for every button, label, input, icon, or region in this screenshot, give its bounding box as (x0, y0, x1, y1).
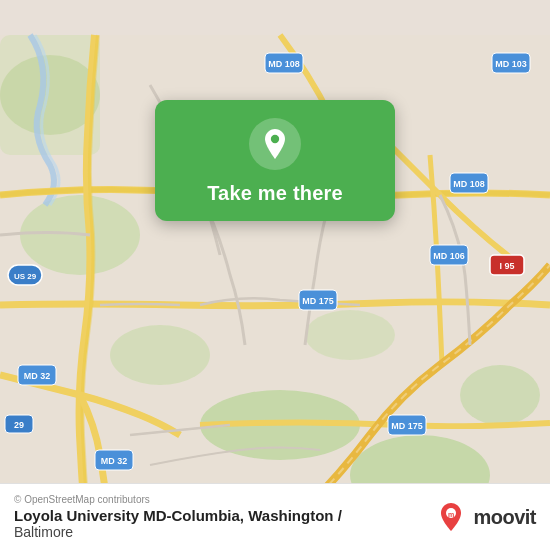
location-region: Baltimore (14, 524, 342, 540)
svg-text:MD 32: MD 32 (24, 371, 51, 381)
location-info: © OpenStreetMap contributors Loyola Univ… (14, 494, 342, 540)
svg-text:MD 175: MD 175 (302, 296, 334, 306)
svg-text:MD 106: MD 106 (433, 251, 465, 261)
svg-point-6 (305, 310, 395, 360)
svg-text:I 95: I 95 (499, 261, 514, 271)
bottom-bar: © OpenStreetMap contributors Loyola Univ… (0, 483, 550, 550)
svg-text:MD 108: MD 108 (268, 59, 300, 69)
moovit-brand-name: moovit (473, 506, 536, 529)
svg-text:m: m (448, 511, 454, 518)
svg-text:MD 175: MD 175 (391, 421, 423, 431)
take-me-there-button[interactable]: Take me there (207, 182, 343, 205)
map-background: MD 175 MD 175 MD 175 MD 108 MD 108 MD 10… (0, 0, 550, 550)
moovit-logo: m moovit (435, 501, 536, 533)
svg-text:MD 32: MD 32 (101, 456, 128, 466)
map-container: MD 175 MD 175 MD 175 MD 108 MD 108 MD 10… (0, 0, 550, 550)
svg-point-5 (460, 365, 540, 425)
location-pin-icon (260, 129, 290, 159)
pin-icon-wrap (249, 118, 301, 170)
take-me-there-card[interactable]: Take me there (155, 100, 395, 221)
copyright-text: © OpenStreetMap contributors (14, 494, 342, 505)
svg-text:MD 103: MD 103 (495, 59, 527, 69)
svg-point-2 (110, 325, 210, 385)
svg-point-35 (271, 135, 279, 143)
location-name: Loyola University MD-Columbia, Washingto… (14, 507, 342, 524)
moovit-logo-icon: m (435, 501, 467, 533)
svg-text:MD 108: MD 108 (453, 179, 485, 189)
svg-text:29: 29 (14, 420, 24, 430)
svg-text:US 29: US 29 (14, 272, 37, 281)
